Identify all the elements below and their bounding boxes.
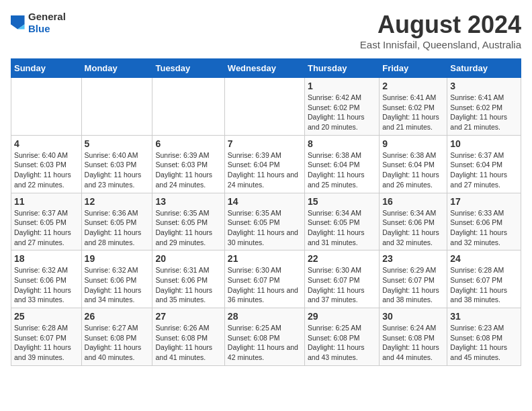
calendar-cell: 3Sunrise: 6:41 AM Sunset: 6:02 PM Daylig… [447,78,521,136]
day-number: 29 [308,311,376,322]
day-detail: Sunrise: 6:39 AM Sunset: 6:03 PM Dayligh… [155,150,221,190]
day-number: 5 [85,138,150,149]
day-number: 17 [450,196,518,207]
day-number: 22 [308,253,376,264]
calendar-cell: 9Sunrise: 6:38 AM Sunset: 6:04 PM Daylig… [380,135,447,193]
calendar-cell: 30Sunrise: 6:24 AM Sunset: 6:08 PM Dayli… [380,308,447,366]
day-detail: Sunrise: 6:42 AM Sunset: 6:02 PM Dayligh… [308,93,376,132]
calendar-cell: 11Sunrise: 6:37 AM Sunset: 6:05 PM Dayli… [11,193,82,250]
calendar-cell: 31Sunrise: 6:23 AM Sunset: 6:08 PM Dayli… [447,308,521,366]
day-detail: Sunrise: 6:30 AM Sunset: 6:07 PM Dayligh… [308,265,376,305]
day-detail: Sunrise: 6:28 AM Sunset: 6:07 PM Dayligh… [14,323,79,363]
day-number: 16 [382,196,444,207]
day-detail: Sunrise: 6:23 AM Sunset: 6:08 PM Dayligh… [450,323,518,363]
day-number: 30 [382,311,444,322]
day-detail: Sunrise: 6:38 AM Sunset: 6:04 PM Dayligh… [308,150,376,190]
day-number: 12 [85,196,150,207]
day-detail: Sunrise: 6:37 AM Sunset: 6:04 PM Dayligh… [450,150,518,190]
column-header-tuesday: Tuesday [152,59,224,78]
calendar-week-row: 4Sunrise: 6:40 AM Sunset: 6:03 PM Daylig… [11,135,521,193]
calendar-cell: 10Sunrise: 6:37 AM Sunset: 6:04 PM Dayli… [447,135,521,193]
calendar-cell: 12Sunrise: 6:36 AM Sunset: 6:05 PM Dayli… [81,193,152,250]
day-number: 20 [155,253,221,264]
calendar-cell [152,78,224,136]
header: General Blue August 2024 East Innisfail,… [11,11,521,50]
column-header-saturday: Saturday [447,59,521,78]
day-number: 18 [14,253,79,264]
day-detail: Sunrise: 6:32 AM Sunset: 6:06 PM Dayligh… [14,265,79,305]
day-number: 24 [450,253,518,264]
column-header-friday: Friday [380,59,447,78]
day-number: 15 [308,196,376,207]
calendar-cell [81,78,152,136]
day-detail: Sunrise: 6:36 AM Sunset: 6:05 PM Dayligh… [85,208,150,248]
day-number: 1 [308,81,376,91]
calendar-week-row: 11Sunrise: 6:37 AM Sunset: 6:05 PM Dayli… [11,193,521,250]
day-number: 9 [382,138,444,149]
day-detail: Sunrise: 6:34 AM Sunset: 6:06 PM Dayligh… [382,208,444,248]
calendar-cell: 1Sunrise: 6:42 AM Sunset: 6:02 PM Daylig… [304,78,379,136]
calendar-cell: 8Sunrise: 6:38 AM Sunset: 6:04 PM Daylig… [304,135,379,193]
calendar-cell: 19Sunrise: 6:32 AM Sunset: 6:06 PM Dayli… [81,250,152,308]
calendar-cell: 17Sunrise: 6:33 AM Sunset: 6:06 PM Dayli… [447,193,521,250]
title-area: August 2024 East Innisfail, Queensland, … [360,11,521,50]
day-detail: Sunrise: 6:24 AM Sunset: 6:08 PM Dayligh… [382,323,444,363]
logo-general: General [28,11,66,22]
calendar-cell: 22Sunrise: 6:30 AM Sunset: 6:07 PM Dayli… [304,250,379,308]
day-number: 19 [85,253,150,264]
calendar-cell: 20Sunrise: 6:31 AM Sunset: 6:06 PM Dayli… [152,250,224,308]
calendar-cell: 26Sunrise: 6:27 AM Sunset: 6:08 PM Dayli… [81,308,152,366]
day-detail: Sunrise: 6:25 AM Sunset: 6:08 PM Dayligh… [308,323,376,363]
calendar-cell: 24Sunrise: 6:28 AM Sunset: 6:07 PM Dayli… [447,250,521,308]
calendar-week-row: 1Sunrise: 6:42 AM Sunset: 6:02 PM Daylig… [11,78,521,136]
column-header-wednesday: Wednesday [224,59,304,78]
day-number: 31 [450,311,518,322]
day-detail: Sunrise: 6:28 AM Sunset: 6:07 PM Dayligh… [450,265,518,305]
page-subtitle: East Innisfail, Queensland, Australia [360,39,521,50]
day-detail: Sunrise: 6:35 AM Sunset: 6:05 PM Dayligh… [155,208,221,248]
calendar-week-row: 18Sunrise: 6:32 AM Sunset: 6:06 PM Dayli… [11,250,521,308]
column-header-monday: Monday [81,59,152,78]
column-header-sunday: Sunday [11,59,82,78]
calendar-cell: 18Sunrise: 6:32 AM Sunset: 6:06 PM Dayli… [11,250,82,308]
day-number: 13 [155,196,221,207]
column-header-thursday: Thursday [304,59,379,78]
day-number: 10 [450,138,518,149]
day-number: 8 [308,138,376,149]
day-number: 7 [228,138,302,149]
calendar-cell: 23Sunrise: 6:29 AM Sunset: 6:07 PM Dayli… [380,250,447,308]
day-number: 6 [155,138,221,149]
calendar-cell [224,78,304,136]
calendar-cell: 7Sunrise: 6:39 AM Sunset: 6:04 PM Daylig… [224,135,304,193]
day-number: 28 [228,311,302,322]
calendar-cell: 2Sunrise: 6:41 AM Sunset: 6:02 PM Daylig… [380,78,447,136]
calendar-cell: 4Sunrise: 6:40 AM Sunset: 6:03 PM Daylig… [11,135,82,193]
day-number: 3 [450,81,518,91]
page-title: August 2024 [360,11,521,39]
day-detail: Sunrise: 6:32 AM Sunset: 6:06 PM Dayligh… [85,265,150,305]
day-detail: Sunrise: 6:33 AM Sunset: 6:06 PM Dayligh… [450,208,518,248]
calendar-cell: 16Sunrise: 6:34 AM Sunset: 6:06 PM Dayli… [380,193,447,250]
day-number: 4 [14,138,79,149]
calendar-cell: 5Sunrise: 6:40 AM Sunset: 6:03 PM Daylig… [81,135,152,193]
calendar-cell: 27Sunrise: 6:26 AM Sunset: 6:08 PM Dayli… [152,308,224,366]
day-detail: Sunrise: 6:40 AM Sunset: 6:03 PM Dayligh… [14,150,79,190]
day-number: 23 [382,253,444,264]
day-number: 25 [14,311,79,322]
calendar-header-row: SundayMondayTuesdayWednesdayThursdayFrid… [11,59,521,78]
day-number: 2 [382,81,444,91]
day-detail: Sunrise: 6:27 AM Sunset: 6:08 PM Dayligh… [85,323,150,363]
day-detail: Sunrise: 6:34 AM Sunset: 6:05 PM Dayligh… [308,208,376,248]
day-detail: Sunrise: 6:41 AM Sunset: 6:02 PM Dayligh… [450,93,518,132]
calendar-cell: 15Sunrise: 6:34 AM Sunset: 6:05 PM Dayli… [304,193,379,250]
calendar-cell: 25Sunrise: 6:28 AM Sunset: 6:07 PM Dayli… [11,308,82,366]
day-detail: Sunrise: 6:40 AM Sunset: 6:03 PM Dayligh… [85,150,150,190]
day-number: 11 [14,196,79,207]
logo-icon [11,15,26,30]
day-detail: Sunrise: 6:41 AM Sunset: 6:02 PM Dayligh… [382,93,444,132]
calendar-table: SundayMondayTuesdayWednesdayThursdayFrid… [11,58,521,366]
day-detail: Sunrise: 6:37 AM Sunset: 6:05 PM Dayligh… [14,208,79,248]
day-detail: Sunrise: 6:25 AM Sunset: 6:08 PM Dayligh… [228,323,302,363]
day-detail: Sunrise: 6:31 AM Sunset: 6:06 PM Dayligh… [155,265,221,305]
calendar-cell [11,78,82,136]
